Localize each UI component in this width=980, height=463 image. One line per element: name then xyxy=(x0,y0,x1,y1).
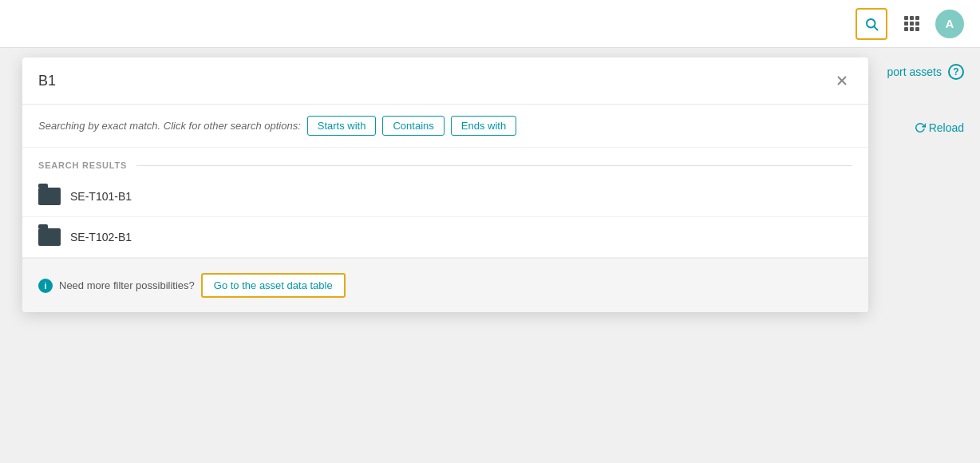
import-assets-link[interactable]: port assets xyxy=(887,65,942,78)
go-to-asset-table-button[interactable]: Go to the asset data table xyxy=(201,273,346,298)
import-assets-area: port assets ? xyxy=(887,64,964,80)
filter-options-row: Searching by exact match. Click for othe… xyxy=(22,105,868,148)
results-divider xyxy=(136,165,852,166)
reload-text: Reload xyxy=(929,121,964,134)
search-panel: Searching by exact match. Click for othe… xyxy=(22,57,868,312)
filter-description: Searching by exact match. Click for othe… xyxy=(38,120,301,132)
grid-menu-button[interactable] xyxy=(897,10,926,38)
svg-line-1 xyxy=(874,26,877,30)
starts-with-button[interactable]: Starts with xyxy=(307,116,377,136)
help-icon[interactable]: ? xyxy=(948,64,964,80)
search-input-row xyxy=(22,57,868,105)
result-item[interactable]: SE-T102-B1 xyxy=(22,217,868,258)
folder-icon xyxy=(38,228,61,246)
avatar[interactable]: A xyxy=(935,10,964,38)
result-name: SE-T102-B1 xyxy=(70,231,132,243)
clear-button[interactable] xyxy=(832,70,852,91)
reload-area[interactable]: Reload xyxy=(915,121,964,134)
result-item[interactable]: SE-T101-B1 xyxy=(22,176,868,217)
header-bar: A xyxy=(0,0,980,48)
search-input[interactable] xyxy=(38,73,832,89)
footer-text: Need more filter possibilities? xyxy=(59,279,195,291)
result-name: SE-T101-B1 xyxy=(70,190,132,203)
contains-button[interactable]: Contains xyxy=(382,116,444,136)
results-section: SEARCH RESULTS SE-T101-B1 SE-T102-B1 xyxy=(22,148,868,258)
results-label: SEARCH RESULTS xyxy=(38,160,127,170)
reload-icon xyxy=(915,122,926,133)
grid-icon xyxy=(904,16,919,31)
folder-icon xyxy=(38,188,61,205)
footer-area: i Need more filter possibilities? Go to … xyxy=(22,258,868,312)
ends-with-button[interactable]: Ends with xyxy=(451,116,516,136)
info-icon: i xyxy=(38,279,53,293)
search-button[interactable] xyxy=(856,8,887,40)
results-header-row: SEARCH RESULTS xyxy=(22,148,868,176)
